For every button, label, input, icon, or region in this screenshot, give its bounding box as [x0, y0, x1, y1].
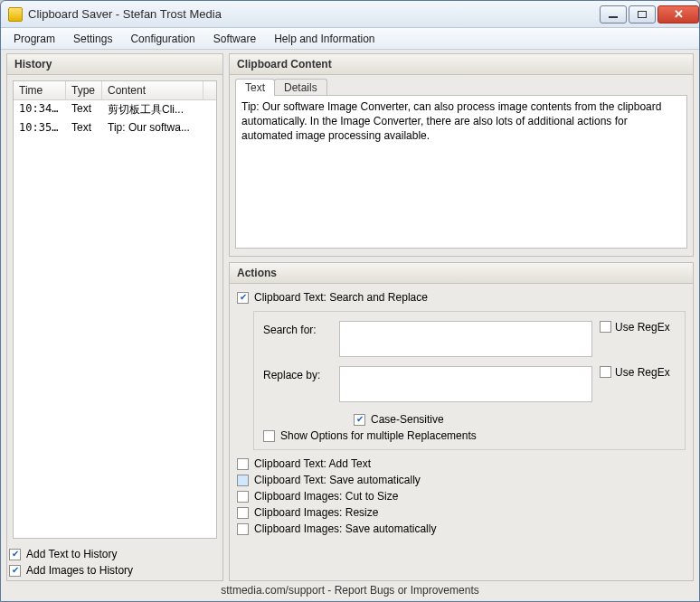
client-area: History Time Type Content 10:34:12 Te — [1, 50, 699, 601]
checkbox-icon — [263, 430, 275, 442]
opt-show-multi[interactable]: Show Options for multiple Replacements — [263, 428, 676, 444]
action-add-text[interactable]: Clipboard Text: Add Text — [237, 456, 686, 472]
checkbox-icon — [9, 549, 21, 560]
col-time[interactable]: Time — [14, 81, 66, 99]
action-cut-size[interactable]: Clipboard Images: Cut to Size — [237, 488, 686, 504]
checkbox-icon — [237, 491, 249, 503]
checkbox-icon — [237, 458, 249, 470]
window-title: Clipboard Saver - Stefan Trost Media — [28, 7, 598, 21]
search-replace-group: Search for: Use RegEx Replace by: Use Re… — [253, 311, 686, 450]
checkbox-regex-replace[interactable] — [600, 366, 611, 378]
col-type[interactable]: Type — [66, 81, 102, 99]
clipboard-title: Clipboard Content — [230, 54, 693, 75]
checkbox-icon — [354, 414, 365, 426]
tab-details[interactable]: Details — [274, 79, 327, 96]
history-rows: 10:34:12 Text 剪切板工具Cli... 10:35:24 Text … — [14, 100, 216, 538]
action-search-replace[interactable]: Clipboard Text: Search and Replace — [237, 289, 686, 306]
table-row[interactable]: 10:35:24 Text Tip: Our softwa... — [14, 119, 216, 136]
minimize-button[interactable] — [600, 5, 627, 24]
search-input[interactable] — [339, 321, 592, 357]
status-bar: sttmedia.com/support - Report Bugs or Im… — [6, 581, 694, 599]
maximize-button[interactable] — [629, 5, 656, 24]
menu-configuration[interactable]: Configuration — [121, 30, 203, 48]
app-icon — [8, 7, 23, 22]
action-save-auto-text[interactable]: Clipboard Text: Save automatically — [237, 472, 686, 488]
col-pad — [203, 81, 216, 99]
history-title: History — [7, 54, 222, 75]
col-content[interactable]: Content — [102, 81, 203, 99]
checkbox-icon — [237, 292, 249, 304]
clipboard-panel: Clipboard Content Text Details — [229, 53, 694, 257]
checkbox-icon — [9, 565, 21, 577]
table-row[interactable]: 10:34:12 Text 剪切板工具Cli... — [14, 100, 216, 119]
titlebar[interactable]: Clipboard Saver - Stefan Trost Media ✕ — [1, 1, 699, 28]
actions-panel: Actions Clipboard Text: Search and Repla… — [229, 262, 694, 581]
history-panel: History Time Type Content 10:34:12 Te — [6, 53, 223, 581]
checkbox-icon — [237, 475, 249, 486]
menubar: Program Settings Configuration Software … — [1, 28, 699, 50]
app-window: Clipboard Saver - Stefan Trost Media ✕ P… — [0, 0, 700, 602]
close-button[interactable]: ✕ — [657, 5, 699, 24]
menu-settings[interactable]: Settings — [64, 30, 121, 48]
menu-software[interactable]: Software — [204, 30, 265, 48]
checkbox-regex-search[interactable] — [600, 321, 611, 333]
tab-text[interactable]: Text — [235, 79, 275, 96]
label-replace-by: Replace by: — [263, 366, 332, 381]
label-search-for: Search for: — [263, 321, 332, 336]
opt-add-images[interactable]: Add Images to History — [9, 562, 221, 578]
checkbox-icon — [237, 523, 249, 535]
actions-title: Actions — [230, 263, 693, 284]
replace-input[interactable] — [339, 366, 592, 402]
opt-add-text[interactable]: Add Text to History — [9, 546, 221, 562]
history-table[interactable]: Time Type Content 10:34:12 Text 剪切板工具Cli… — [13, 80, 217, 539]
action-save-auto-img[interactable]: Clipboard Images: Save automatically — [237, 521, 686, 537]
action-resize[interactable]: Clipboard Images: Resize — [237, 504, 686, 521]
checkbox-icon — [237, 507, 249, 519]
opt-case-sensitive[interactable]: Case-Sensitive — [354, 411, 676, 428]
menu-program[interactable]: Program — [5, 30, 64, 48]
clipboard-text[interactable] — [235, 95, 687, 249]
menu-help[interactable]: Help and Information — [265, 30, 383, 48]
